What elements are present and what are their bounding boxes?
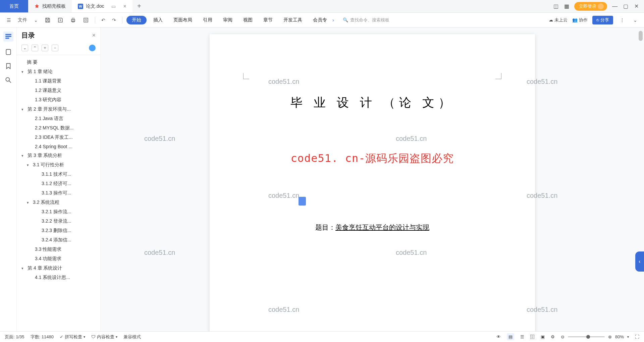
maximize-icon[interactable]: ▢ <box>623 3 629 9</box>
login-button[interactable]: 立即登录 <box>574 2 607 11</box>
expand-all-icon[interactable]: ⌃ <box>32 45 38 51</box>
chevron-down-icon[interactable]: ▾ <box>21 107 26 112</box>
tab-home[interactable]: 首页 <box>0 0 28 12</box>
vertical-scrollbar[interactable] <box>639 31 643 329</box>
print-icon[interactable] <box>68 16 78 24</box>
ribbon-tab-view[interactable]: 视图 <box>239 16 257 24</box>
reading-mode-icon[interactable]: 👁 <box>496 334 501 339</box>
outline-item[interactable]: ▾3.2 系统流程 <box>19 198 98 207</box>
assistant-dot-icon[interactable] <box>89 45 96 51</box>
print-preview-icon[interactable] <box>81 16 91 24</box>
scrollbar-thumb[interactable] <box>639 31 643 41</box>
add-tab-button[interactable]: + <box>132 0 146 12</box>
outline-item[interactable]: ▾3.1 可行性分析 <box>19 160 98 170</box>
outline-item[interactable]: 2.4 Spring Boot ... <box>19 142 98 151</box>
minimize-icon[interactable]: — <box>612 3 618 9</box>
spellcheck-button[interactable]: ✓拼写检查 ▾ <box>60 334 85 340</box>
outline-item[interactable]: 1.3 研究内容 <box>19 95 98 105</box>
close-window-icon[interactable]: ✕ <box>633 3 639 9</box>
save-as-icon[interactable] <box>55 16 65 24</box>
close-panel-icon[interactable]: × <box>92 32 96 39</box>
present-icon[interactable]: ▭ <box>111 4 116 9</box>
outline-view-icon[interactable]: ☰ <box>520 334 524 339</box>
document-canvas[interactable]: 毕 业 设 计 （论 文） code51. cn-源码乐园盗图必究 题目：美食烹… <box>101 27 644 331</box>
tab-close-icon[interactable]: × <box>123 3 126 9</box>
ribbon-tab-start[interactable]: 开始 <box>126 16 147 24</box>
outline-item[interactable]: 2.2 MYSQL 数据... <box>19 123 98 133</box>
outline-item[interactable]: ▾第 2 章 开发环境与... <box>19 105 98 114</box>
chevron-down-icon[interactable]: ▾ <box>21 266 26 271</box>
word-count[interactable]: 字数: 11480 <box>31 334 54 340</box>
ribbon-tab-insert[interactable]: 插入 <box>149 16 167 24</box>
redo-icon[interactable]: ↷ <box>110 16 118 24</box>
dropdown-icon[interactable]: ▾ <box>627 335 629 339</box>
web-view-icon[interactable]: ⿲ <box>530 334 535 339</box>
save-icon[interactable] <box>43 16 53 24</box>
more-arrow-icon[interactable]: › <box>332 17 334 23</box>
more-menu-icon[interactable]: ⋮ <box>618 16 627 24</box>
outline-rail-icon[interactable] <box>3 32 13 42</box>
share-button[interactable]: ⎋分享 <box>592 16 613 24</box>
collapse-all-icon[interactable]: ⌄ <box>21 45 28 51</box>
page-view-icon[interactable]: ▤ <box>507 333 514 340</box>
apps-grid-icon[interactable]: ▦ <box>564 3 570 9</box>
cloud-sync-button[interactable]: ☁未上云 <box>549 17 568 23</box>
outline-item[interactable]: 摘 要 <box>19 58 98 67</box>
outline-item[interactable]: 3.4 功能需求 <box>19 254 98 264</box>
bookmark-rail-icon[interactable] <box>5 62 12 70</box>
search-box[interactable]: 🔍 查找命令、搜索模板 <box>340 16 392 24</box>
chevron-down-icon[interactable]: ⌄ <box>32 16 40 24</box>
page-indicator[interactable]: 页面: 1/35 <box>5 334 24 340</box>
outline-item[interactable]: 3.2.4 添加信... <box>19 235 98 245</box>
outline-item[interactable]: ▾第 1 章 绪论 <box>19 67 98 76</box>
zoom-in-icon[interactable]: ⊕ <box>608 334 612 339</box>
remove-item-icon[interactable]: − <box>52 45 58 51</box>
menu-icon[interactable]: ☰ <box>5 16 13 24</box>
ribbon-tab-layout[interactable]: 页面布局 <box>169 16 196 24</box>
focus-view-icon[interactable]: ▣ <box>541 334 545 339</box>
clipboard-rail-icon[interactable] <box>5 48 12 56</box>
zoom-slider[interactable] <box>568 336 605 337</box>
search-rail-icon[interactable] <box>5 76 12 84</box>
outline-item[interactable]: 3.2.3 删除信... <box>19 226 98 235</box>
outline-item[interactable]: 1.1 课题背景 <box>19 76 98 86</box>
outline-item[interactable]: 3.1.3 操作可... <box>19 188 98 198</box>
fullscreen-icon[interactable]: ⛶ <box>635 334 639 339</box>
outline-item[interactable]: 3.3 性能需求 <box>19 245 98 254</box>
zoom-value[interactable]: 80% <box>615 334 624 339</box>
add-item-icon[interactable]: + <box>42 45 48 51</box>
chevron-down-icon[interactable]: ▾ <box>21 70 26 74</box>
undo-icon[interactable]: ↶ <box>99 16 107 24</box>
file-menu[interactable]: 文件 <box>16 16 29 24</box>
collaborate-button[interactable]: 👥协作 <box>572 17 588 23</box>
outline-item[interactable]: 2.3 IDEA 开发工... <box>19 133 98 142</box>
ribbon-tab-member[interactable]: 会员专 <box>309 16 331 24</box>
chevron-down-icon[interactable]: ▾ <box>21 154 26 158</box>
outline-item[interactable]: 1.2 课题意义 <box>19 86 98 95</box>
settings-icon[interactable]: ⚙ <box>551 334 555 339</box>
tab-document[interactable]: W 论文.doc ▭ × <box>72 0 132 12</box>
outline-item[interactable]: 4.1 系统设计思... <box>19 273 98 282</box>
outline-item[interactable]: 3.2.2 登录流... <box>19 217 98 226</box>
ribbon-tab-references[interactable]: 引用 <box>199 16 216 24</box>
window-split-icon[interactable]: ◫ <box>553 3 559 9</box>
outline-item[interactable]: 2.1 Java 语言 <box>19 114 98 123</box>
collapse-ribbon-icon[interactable]: ⌄ <box>631 16 639 24</box>
tab-templates[interactable]: 找稻壳模板 <box>28 0 72 12</box>
content-check-button[interactable]: 🛡内容检查 ▾ <box>91 334 117 340</box>
outline-item[interactable]: ▾第 3 章 系统分析 <box>19 151 98 160</box>
chevron-down-icon[interactable]: ▾ <box>27 201 32 205</box>
zoom-out-icon[interactable]: ⊖ <box>561 334 565 339</box>
chevron-down-icon[interactable]: ▾ <box>27 163 32 167</box>
compat-mode[interactable]: 兼容模式 <box>123 334 141 340</box>
floating-tool-icon[interactable] <box>299 197 306 206</box>
outline-list[interactable]: 摘 要▾第 1 章 绪论1.1 课题背景1.2 课题意义1.3 研究内容▾第 2… <box>17 55 100 331</box>
outline-item[interactable]: 3.1.2 经济可... <box>19 179 98 188</box>
outline-item[interactable]: 3.2.1 操作流... <box>19 207 98 217</box>
ribbon-tab-chapter[interactable]: 章节 <box>259 16 277 24</box>
outline-item[interactable]: ▾第 4 章 系统设计 <box>19 264 98 273</box>
outline-item[interactable]: 3.1.1 技术可... <box>19 170 98 179</box>
ribbon-tab-review[interactable]: 审阅 <box>219 16 236 24</box>
ribbon-tab-developer[interactable]: 开发工具 <box>279 16 306 24</box>
zoom-thumb[interactable] <box>586 335 590 339</box>
